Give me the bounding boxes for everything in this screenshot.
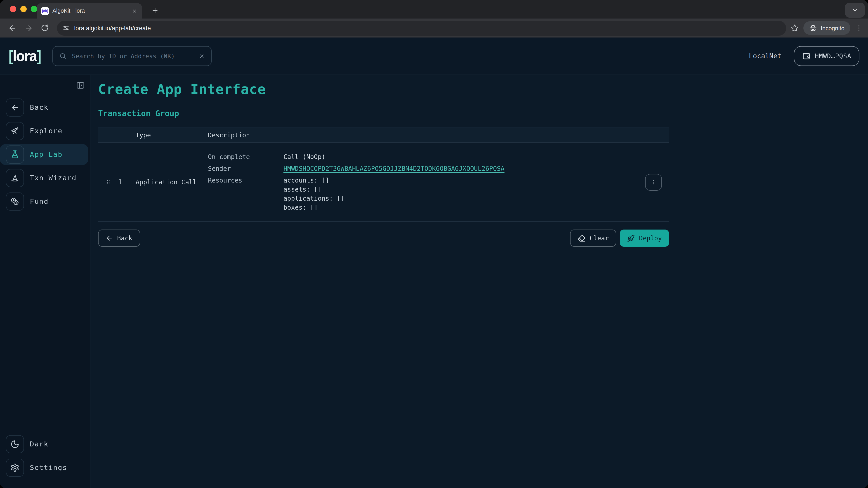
sidebar-item-label: Back	[30, 103, 49, 111]
close-window-button[interactable]	[10, 6, 16, 12]
resources-label: Resources	[208, 176, 283, 212]
search-input[interactable]	[71, 52, 194, 60]
clear-button-label: Clear	[590, 234, 609, 242]
traffic-lights[interactable]	[10, 6, 37, 12]
arrow-right-icon	[24, 24, 33, 32]
action-bar: Back Clear Deploy	[98, 230, 669, 247]
column-header-description: Description	[208, 131, 250, 138]
sidebar-item-label: Txn Wizard	[30, 174, 76, 182]
forward-nav-button[interactable]	[22, 21, 35, 35]
arrow-left-icon	[106, 234, 113, 242]
tab-search-chevron-button[interactable]	[845, 3, 865, 18]
wallet-icon	[802, 52, 810, 60]
logo-bracket-right: ]	[37, 48, 41, 64]
deploy-button[interactable]: Deploy	[620, 230, 669, 247]
section-title: Transaction Group	[98, 109, 868, 118]
back-button-label: Back	[117, 234, 132, 242]
sidebar-item-settings[interactable]: Settings	[0, 457, 88, 478]
reload-button[interactable]	[38, 21, 52, 35]
incognito-label: Incognito	[820, 25, 844, 31]
row-description: On complete Call (NoOp) Sender HMWDSHQCO…	[208, 152, 638, 212]
sidebar-item-label: Settings	[30, 464, 67, 472]
tab-close-icon[interactable]	[131, 8, 137, 14]
column-header-type: Type	[133, 131, 208, 138]
coins-icon	[6, 193, 24, 210]
sidebar-item-app-lab[interactable]: App Lab	[0, 144, 88, 165]
site-settings-icon[interactable]	[62, 24, 70, 32]
tab-title: AlgoKit - lora	[53, 8, 128, 14]
minimize-window-button[interactable]	[20, 6, 27, 12]
sender-label: Sender	[208, 164, 283, 173]
reload-icon	[41, 24, 49, 32]
row-index: 1	[118, 178, 133, 186]
panel-collapse-icon	[76, 81, 85, 90]
grip-dots-icon	[105, 178, 112, 186]
resource-item: assets: []	[283, 185, 344, 194]
clear-search-icon[interactable]	[199, 53, 205, 59]
resource-item: accounts: []	[283, 176, 344, 185]
browser-menu-button[interactable]	[855, 24, 863, 32]
chevron-down-icon	[851, 7, 858, 13]
sidebar: Back Explore App Lab	[0, 75, 90, 488]
telescope-icon	[6, 122, 24, 140]
logo-bracket-left: [	[8, 48, 13, 64]
sender-address-link[interactable]: HMWDSHQCOPD2T36WBAHLAZ6PO5GDJJZBN4D2TODK…	[283, 164, 504, 173]
sidebar-item-label: Fund	[30, 197, 49, 205]
row-menu-button[interactable]	[645, 174, 662, 191]
sidebar-collapse-button[interactable]	[74, 79, 86, 91]
browser-window: [ak] AlgoKit - lora lora.algokit.io/a	[0, 0, 868, 488]
url-text[interactable]: lora.algokit.io/app-lab/create	[74, 25, 151, 31]
page-title: Create App Interface	[98, 81, 868, 97]
resource-item: boxes: []	[283, 203, 344, 212]
sidebar-item-back[interactable]: Back	[0, 97, 88, 118]
url-bar[interactable]: lora.algokit.io/app-lab/create	[57, 21, 786, 35]
sidebar-item-fund[interactable]: Fund	[0, 191, 88, 212]
back-nav-button[interactable]	[5, 21, 19, 35]
resource-item: applications: []	[283, 194, 344, 203]
logo-text: lora	[13, 48, 36, 64]
resources-list: accounts: [] assets: [] applications: []…	[283, 176, 344, 212]
zoom-window-button[interactable]	[31, 6, 37, 12]
lora-app: [lora] LocalNet HMWD…PQSA	[0, 37, 868, 488]
tab-favicon: [ak]	[41, 7, 49, 15]
row-type: Application Call	[133, 178, 208, 186]
sidebar-item-theme-dark[interactable]: Dark	[0, 434, 88, 455]
tab-strip: [ak] AlgoKit - lora	[0, 0, 868, 19]
arrow-left-icon	[6, 98, 24, 117]
kebab-menu-icon	[650, 179, 656, 185]
app-body: Back Explore App Lab	[0, 75, 868, 488]
new-tab-button[interactable]	[149, 4, 161, 16]
deploy-button-label: Deploy	[639, 234, 662, 242]
wizard-hat-icon	[6, 169, 24, 187]
app-header: [lora] LocalNet HMWD…PQSA	[0, 37, 868, 75]
on-complete-label: On complete	[208, 152, 283, 161]
gear-icon	[6, 459, 24, 477]
sidebar-nav: Back Explore App Lab	[0, 97, 90, 212]
network-label[interactable]: LocalNet	[749, 52, 782, 60]
main-content: Create App Interface Transaction Group T…	[90, 75, 868, 488]
lora-logo[interactable]: [lora]	[8, 48, 41, 64]
screen: [ak] AlgoKit - lora lora.algokit.io/a	[0, 0, 868, 488]
sidebar-item-label: Dark	[30, 440, 49, 448]
clear-button[interactable]: Clear	[570, 230, 616, 247]
table-row: 1 Application Call On complete Call (NoO…	[98, 143, 669, 222]
drag-handle[interactable]	[98, 178, 118, 186]
arrow-left-icon	[8, 24, 17, 32]
back-button[interactable]: Back	[98, 230, 140, 247]
search-icon	[59, 53, 66, 60]
sidebar-item-txn-wizard[interactable]: Txn Wizard	[0, 168, 88, 188]
wallet-button[interactable]: HMWD…PQSA	[794, 46, 860, 66]
bookmark-star-icon[interactable]	[791, 24, 799, 32]
search-box[interactable]	[53, 46, 212, 66]
on-complete-value: Call (NoOp)	[283, 152, 325, 161]
wallet-address-label: HMWD…PQSA	[815, 53, 851, 60]
table-header-row: Type Description	[98, 127, 669, 143]
sidebar-item-label: App Lab	[30, 151, 63, 159]
incognito-badge: Incognito	[803, 21, 850, 35]
transaction-group-table: Type Description 1 Application Call On c…	[98, 127, 669, 222]
rocket-icon	[627, 234, 635, 242]
sidebar-item-explore[interactable]: Explore	[0, 121, 88, 141]
eraser-icon	[578, 234, 586, 242]
moon-icon	[6, 435, 24, 453]
browser-tab[interactable]: [ak] AlgoKit - lora	[37, 3, 142, 19]
